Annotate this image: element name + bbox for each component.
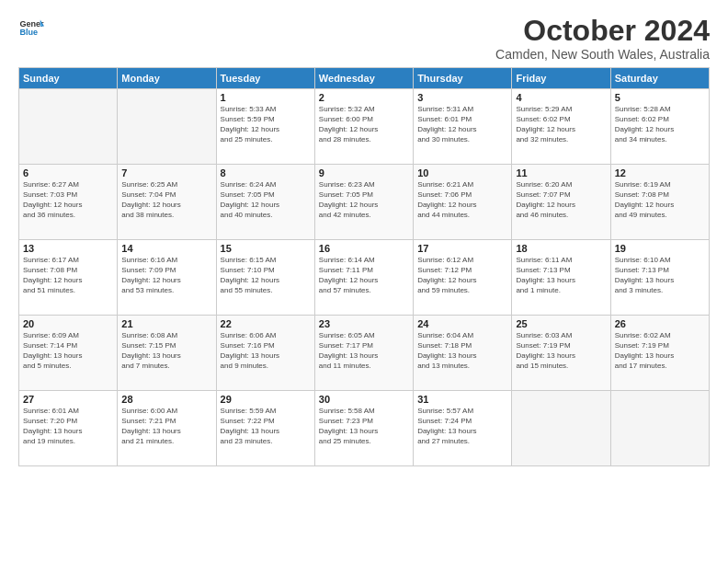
day-number: 4 — [516, 92, 606, 103]
day-info: Sunrise: 6:21 AM Sunset: 7:06 PM Dayligh… — [417, 180, 507, 220]
calendar-week-row: 6Sunrise: 6:27 AM Sunset: 7:03 PM Daylig… — [19, 165, 710, 240]
day-number: 9 — [319, 167, 409, 178]
day-info: Sunrise: 6:20 AM Sunset: 7:07 PM Dayligh… — [516, 180, 606, 220]
table-row: 8Sunrise: 6:24 AM Sunset: 7:05 PM Daylig… — [216, 165, 314, 240]
day-number: 3 — [417, 92, 507, 103]
day-info: Sunrise: 6:23 AM Sunset: 7:05 PM Dayligh… — [319, 180, 409, 220]
location-subtitle: Camden, New South Wales, Australia — [495, 47, 710, 62]
day-number: 29 — [221, 394, 311, 405]
day-number: 21 — [121, 318, 211, 329]
day-info: Sunrise: 5:59 AM Sunset: 7:22 PM Dayligh… — [221, 407, 311, 446]
header-row: Sunday Monday Tuesday Wednesday Thursday… — [19, 68, 710, 89]
day-number: 6 — [23, 167, 113, 178]
calendar-week-row: 1Sunrise: 5:33 AM Sunset: 5:59 PM Daylig… — [19, 89, 710, 165]
calendar-page: General Blue October 2024 Camden, New So… — [0, 0, 728, 476]
day-info: Sunrise: 6:24 AM Sunset: 7:05 PM Dayligh… — [221, 180, 311, 220]
day-number: 16 — [319, 243, 409, 254]
col-tuesday: Tuesday — [216, 68, 314, 89]
table-row: 31Sunrise: 5:57 AM Sunset: 7:24 PM Dayli… — [414, 391, 512, 466]
col-sunday: Sunday — [19, 68, 118, 89]
table-row — [118, 89, 216, 165]
col-monday: Monday — [118, 68, 216, 89]
day-info: Sunrise: 6:12 AM Sunset: 7:12 PM Dayligh… — [417, 256, 507, 295]
day-info: Sunrise: 6:11 AM Sunset: 7:13 PM Dayligh… — [516, 256, 606, 295]
table-row: 29Sunrise: 5:59 AM Sunset: 7:22 PM Dayli… — [216, 391, 314, 466]
table-row: 16Sunrise: 6:14 AM Sunset: 7:11 PM Dayli… — [314, 240, 413, 316]
day-info: Sunrise: 6:06 AM Sunset: 7:16 PM Dayligh… — [221, 331, 311, 371]
day-info: Sunrise: 6:27 AM Sunset: 7:03 PM Dayligh… — [23, 180, 113, 220]
day-number: 1 — [221, 92, 311, 103]
table-row: 26Sunrise: 6:02 AM Sunset: 7:19 PM Dayli… — [610, 316, 709, 391]
day-info: Sunrise: 5:31 AM Sunset: 6:01 PM Dayligh… — [417, 105, 507, 144]
col-wednesday: Wednesday — [314, 68, 413, 89]
calendar-table: Sunday Monday Tuesday Wednesday Thursday… — [18, 67, 710, 466]
table-row: 3Sunrise: 5:31 AM Sunset: 6:01 PM Daylig… — [414, 89, 512, 165]
table-row: 30Sunrise: 5:58 AM Sunset: 7:23 PM Dayli… — [314, 391, 413, 466]
day-number: 10 — [417, 167, 507, 178]
day-number: 27 — [23, 394, 113, 405]
day-info: Sunrise: 6:16 AM Sunset: 7:09 PM Dayligh… — [121, 256, 211, 295]
day-info: Sunrise: 5:57 AM Sunset: 7:24 PM Dayligh… — [417, 407, 507, 446]
day-number: 12 — [615, 167, 705, 178]
day-number: 19 — [615, 243, 705, 254]
day-info: Sunrise: 6:02 AM Sunset: 7:19 PM Dayligh… — [615, 331, 705, 371]
day-number: 25 — [516, 318, 606, 329]
day-info: Sunrise: 6:25 AM Sunset: 7:04 PM Dayligh… — [121, 180, 211, 220]
day-number: 18 — [516, 243, 606, 254]
day-info: Sunrise: 5:33 AM Sunset: 5:59 PM Dayligh… — [221, 105, 311, 144]
table-row: 20Sunrise: 6:09 AM Sunset: 7:14 PM Dayli… — [19, 316, 118, 391]
day-number: 11 — [516, 167, 606, 178]
day-number: 26 — [615, 318, 705, 329]
day-info: Sunrise: 6:00 AM Sunset: 7:21 PM Dayligh… — [121, 407, 211, 446]
calendar-header: General Blue October 2024 Camden, New So… — [18, 15, 710, 62]
day-info: Sunrise: 6:05 AM Sunset: 7:17 PM Dayligh… — [319, 331, 409, 371]
table-row: 13Sunrise: 6:17 AM Sunset: 7:08 PM Dayli… — [19, 240, 118, 316]
table-row: 27Sunrise: 6:01 AM Sunset: 7:20 PM Dayli… — [19, 391, 118, 466]
day-number: 15 — [221, 243, 311, 254]
day-number: 13 — [23, 243, 113, 254]
table-row: 19Sunrise: 6:10 AM Sunset: 7:13 PM Dayli… — [610, 240, 709, 316]
table-row: 5Sunrise: 5:28 AM Sunset: 6:02 PM Daylig… — [610, 89, 709, 165]
day-info: Sunrise: 6:03 AM Sunset: 7:19 PM Dayligh… — [516, 331, 606, 371]
table-row — [610, 391, 709, 466]
table-row — [512, 391, 610, 466]
table-row: 17Sunrise: 6:12 AM Sunset: 7:12 PM Dayli… — [414, 240, 512, 316]
svg-text:Blue: Blue — [19, 28, 38, 37]
table-row: 4Sunrise: 5:29 AM Sunset: 6:02 PM Daylig… — [512, 89, 610, 165]
day-info: Sunrise: 6:09 AM Sunset: 7:14 PM Dayligh… — [23, 331, 113, 371]
day-info: Sunrise: 6:17 AM Sunset: 7:08 PM Dayligh… — [23, 256, 113, 295]
day-number: 28 — [121, 394, 211, 405]
day-number: 5 — [615, 92, 705, 103]
table-row: 7Sunrise: 6:25 AM Sunset: 7:04 PM Daylig… — [118, 165, 216, 240]
table-row: 18Sunrise: 6:11 AM Sunset: 7:13 PM Dayli… — [512, 240, 610, 316]
calendar-week-row: 20Sunrise: 6:09 AM Sunset: 7:14 PM Dayli… — [19, 316, 710, 391]
table-row: 11Sunrise: 6:20 AM Sunset: 7:07 PM Dayli… — [512, 165, 610, 240]
day-number: 7 — [121, 167, 211, 178]
table-row: 14Sunrise: 6:16 AM Sunset: 7:09 PM Dayli… — [118, 240, 216, 316]
table-row — [19, 89, 118, 165]
day-info: Sunrise: 6:14 AM Sunset: 7:11 PM Dayligh… — [319, 256, 409, 295]
col-thursday: Thursday — [414, 68, 512, 89]
day-number: 23 — [319, 318, 409, 329]
day-number: 8 — [221, 167, 311, 178]
day-number: 17 — [417, 243, 507, 254]
day-info: Sunrise: 5:28 AM Sunset: 6:02 PM Dayligh… — [615, 105, 705, 144]
day-info: Sunrise: 5:29 AM Sunset: 6:02 PM Dayligh… — [516, 105, 606, 144]
table-row: 2Sunrise: 5:32 AM Sunset: 6:00 PM Daylig… — [314, 89, 413, 165]
table-row: 9Sunrise: 6:23 AM Sunset: 7:05 PM Daylig… — [314, 165, 413, 240]
day-info: Sunrise: 6:08 AM Sunset: 7:15 PM Dayligh… — [121, 331, 211, 371]
logo-icon: General Blue — [18, 15, 44, 40]
day-info: Sunrise: 6:19 AM Sunset: 7:08 PM Dayligh… — [615, 180, 705, 220]
day-number: 20 — [23, 318, 113, 329]
logo: General Blue — [18, 15, 44, 40]
table-row: 25Sunrise: 6:03 AM Sunset: 7:19 PM Dayli… — [512, 316, 610, 391]
day-number: 30 — [319, 394, 409, 405]
table-row: 12Sunrise: 6:19 AM Sunset: 7:08 PM Dayli… — [610, 165, 709, 240]
day-info: Sunrise: 6:15 AM Sunset: 7:10 PM Dayligh… — [221, 256, 311, 295]
table-row: 28Sunrise: 6:00 AM Sunset: 7:21 PM Dayli… — [118, 391, 216, 466]
calendar-week-row: 13Sunrise: 6:17 AM Sunset: 7:08 PM Dayli… — [19, 240, 710, 316]
table-row: 1Sunrise: 5:33 AM Sunset: 5:59 PM Daylig… — [216, 89, 314, 165]
table-row: 10Sunrise: 6:21 AM Sunset: 7:06 PM Dayli… — [414, 165, 512, 240]
day-info: Sunrise: 5:32 AM Sunset: 6:00 PM Dayligh… — [319, 105, 409, 144]
col-saturday: Saturday — [610, 68, 709, 89]
